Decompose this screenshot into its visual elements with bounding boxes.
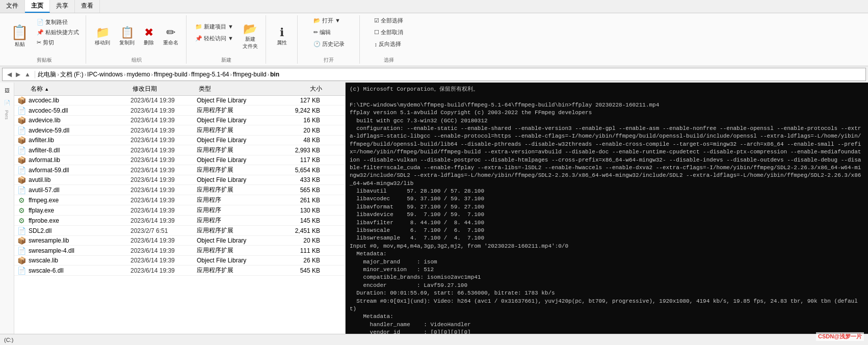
file-type: 应用程序扩展 bbox=[197, 226, 283, 235]
paste-shortcut-button[interactable]: 📌粘贴快捷方式 bbox=[34, 28, 82, 37]
file-icon: 📄 bbox=[14, 126, 29, 135]
file-size: 20 KB bbox=[283, 127, 324, 134]
file-size: 2,993 KB bbox=[283, 147, 324, 154]
organize-label: 组织 bbox=[87, 56, 186, 64]
file-name: avdevice-59.dll bbox=[29, 127, 130, 134]
select-all-button[interactable]: ☑全部选择 bbox=[371, 15, 407, 26]
cut-button[interactable]: ✂剪切 bbox=[34, 38, 82, 47]
file-type: Object File Library bbox=[197, 176, 283, 183]
properties-button[interactable]: ℹ 属性 bbox=[273, 24, 291, 48]
file-size: 26 KB bbox=[283, 257, 324, 264]
file-type: Object File Library bbox=[197, 257, 283, 264]
new-label: 新建 bbox=[188, 56, 266, 64]
col-header-type[interactable]: 类型 bbox=[197, 84, 283, 94]
col-header-size[interactable]: 大小 bbox=[283, 84, 324, 94]
table-row[interactable]: ⚙ ffmpeg.exe 2023/6/14 19:39 应用程序 261 KB bbox=[14, 195, 345, 205]
file-name: avfilter.lib bbox=[29, 137, 130, 144]
table-row[interactable]: ⚙ ffprobe.exe 2023/6/14 19:39 应用程序 145 K… bbox=[14, 216, 345, 226]
address-part-ipc[interactable]: IPC-windows bbox=[87, 71, 123, 78]
address-part-version[interactable]: ffmpeg-5.1-64 bbox=[191, 71, 229, 78]
table-row[interactable]: 📦 swscale.lib 2023/6/14 19:39 Object Fil… bbox=[14, 256, 345, 266]
nav-back-button[interactable]: ◀ bbox=[6, 71, 13, 78]
file-size: 5,654 KB bbox=[283, 167, 324, 174]
file-date: 2023/6/14 19:39 bbox=[130, 247, 197, 254]
address-part-ffmpeg-build[interactable]: ffmpeg-build bbox=[154, 71, 188, 78]
file-size: 9,242 KB bbox=[283, 107, 324, 114]
address-part-pc[interactable]: 此电脑 bbox=[38, 70, 56, 79]
file-date: 2023/6/14 19:39 bbox=[130, 257, 197, 264]
file-icon: ⚙ bbox=[14, 206, 29, 215]
nav-pictures[interactable]: 🖼 bbox=[1, 85, 13, 97]
tab-share[interactable]: 共享 bbox=[50, 0, 75, 13]
address-part-bin[interactable]: bin bbox=[270, 71, 279, 78]
edit-button[interactable]: ✏编辑 bbox=[310, 27, 348, 38]
copy-path-button[interactable]: 📄复制路径 bbox=[34, 17, 82, 27]
rename-button[interactable]: ✏ 重命名 bbox=[160, 24, 182, 48]
table-row[interactable]: 📄 avutil-57.dll 2023/6/14 19:39 应用程序扩展 5… bbox=[14, 185, 345, 195]
status-bar: (C:) bbox=[0, 334, 868, 345]
tab-file[interactable]: 文件 bbox=[0, 0, 25, 13]
move-to-button[interactable]: 📁 移动到 bbox=[91, 24, 114, 48]
col-header-date[interactable]: 修改日期 bbox=[130, 84, 197, 94]
file-type: 应用程序扩展 bbox=[197, 126, 283, 135]
open-button[interactable]: 📂打开 ▼ bbox=[310, 15, 348, 26]
file-icon: 📦 bbox=[14, 236, 29, 245]
easy-access-button[interactable]: 📌轻松访问 ▼ bbox=[192, 33, 237, 44]
table-row[interactable]: 📦 avdevice.lib 2023/6/14 19:39 Object Fi… bbox=[14, 116, 345, 125]
address-part-build[interactable]: ffmpeg-build bbox=[233, 71, 267, 78]
file-name: avutil-57.dll bbox=[29, 187, 130, 194]
history-button[interactable]: 🕐历史记录 bbox=[310, 39, 348, 49]
table-row[interactable]: 📦 avfilter.lib 2023/6/14 19:39 Object Fi… bbox=[14, 136, 345, 145]
tab-home[interactable]: 主页 bbox=[25, 0, 50, 13]
nav-up-button[interactable]: ▲ bbox=[23, 71, 32, 78]
file-date: 2023/6/14 19:39 bbox=[130, 237, 197, 244]
file-date: 2023/6/14 19:39 bbox=[130, 197, 197, 204]
column-headers: 名称 ▲ 修改日期 类型 大小 bbox=[14, 83, 345, 96]
status-text: (C:) bbox=[4, 337, 13, 343]
table-row[interactable]: 📦 avcodec.lib 2023/6/14 19:39 Object Fil… bbox=[14, 96, 345, 105]
table-row[interactable]: ⚙ ffplay.exe 2023/6/14 19:39 应用程序 130 KB bbox=[14, 205, 345, 216]
delete-button[interactable]: ✖ 删除 bbox=[140, 24, 157, 48]
select-label: 选择 bbox=[361, 56, 417, 64]
table-row[interactable]: 📄 SDL2.dll 2023/2/7 6:51 应用程序扩展 2,451 KB bbox=[14, 226, 345, 236]
copy-to-button[interactable]: 📋 复制到 bbox=[116, 24, 138, 48]
table-row[interactable]: 📦 swresample.lib 2023/6/14 19:39 Object … bbox=[14, 236, 345, 246]
col-header-name[interactable]: 名称 ▲ bbox=[29, 84, 130, 94]
file-size: 111 KB bbox=[283, 247, 324, 254]
address-bar[interactable]: ◀ ▶ ▲ │ 此电脑 › 文档 (F:) › IPC-windows › my… bbox=[2, 68, 866, 81]
deselect-all-button[interactable]: ☐全部取消 bbox=[371, 27, 407, 38]
file-icon: 📦 bbox=[14, 136, 29, 144]
address-part-drive[interactable]: 文档 (F:) bbox=[60, 70, 84, 79]
properties-label bbox=[267, 63, 297, 64]
tab-view[interactable]: 查看 bbox=[75, 0, 100, 13]
file-size: 433 KB bbox=[283, 176, 324, 183]
file-name: avfilter-8.dll bbox=[29, 147, 130, 154]
table-row[interactable]: 📄 avcodec-59.dll 2023/6/14 19:39 应用程序扩展 … bbox=[14, 105, 345, 116]
table-row[interactable]: 📄 avfilter-8.dll 2023/6/14 19:39 应用程序扩展 … bbox=[14, 145, 345, 155]
table-row[interactable]: 📦 avutil.lib 2023/6/14 19:39 Object File… bbox=[14, 175, 345, 185]
nav-forward-button[interactable]: ▶ bbox=[14, 71, 22, 78]
table-row[interactable]: 📄 avdevice-59.dll 2023/6/14 19:39 应用程序扩展… bbox=[14, 125, 345, 136]
file-type: 应用程序扩展 bbox=[197, 146, 283, 154]
nav-documents[interactable]: 📄 bbox=[1, 97, 13, 109]
ribbon-group-open: 📂打开 ▼ ✏编辑 🕐历史记录 打开 bbox=[299, 15, 360, 64]
ribbon-group-organize: 📁 移动到 📋 复制到 ✖ 删除 ✏ 重命名 组织 bbox=[87, 15, 187, 64]
invert-selection-button[interactable]: ↕反向选择 bbox=[371, 39, 407, 49]
file-name: avutil.lib bbox=[29, 176, 130, 183]
terminal-panel[interactable]: (c) Microsoft Corporation。保留所有权利。 F:\IPC… bbox=[346, 83, 868, 334]
side-nav: 🖼 📄 Pers bbox=[0, 83, 14, 334]
file-icon: 📄 bbox=[14, 146, 29, 154]
table-row[interactable]: 📦 avformat.lib 2023/6/14 19:39 Object Fi… bbox=[14, 155, 345, 165]
new-folder-button[interactable]: 📂 新建 文件夹 bbox=[239, 21, 261, 51]
table-row[interactable]: 📄 swscale-6.dll 2023/6/14 19:39 应用程序扩展 5… bbox=[14, 266, 345, 276]
table-row[interactable]: 📄 avformat-59.dll 2023/6/14 19:39 应用程序扩展… bbox=[14, 165, 345, 175]
watermark: CSDN@浅梦一片 bbox=[816, 332, 864, 341]
address-part-mydemo[interactable]: mydemo bbox=[126, 71, 150, 78]
table-row[interactable]: 📄 swresample-4.dll 2023/6/14 19:39 应用程序扩… bbox=[14, 246, 345, 256]
file-icon: 📄 bbox=[14, 186, 29, 194]
file-type: Object File Library bbox=[197, 237, 283, 244]
paste-button[interactable]: 📋 粘贴 bbox=[7, 22, 32, 49]
nav-personal[interactable]: Pers bbox=[1, 109, 13, 121]
file-name: swresample-4.dll bbox=[29, 247, 130, 254]
new-project-button[interactable]: 📁新建项目 ▼ bbox=[192, 21, 237, 32]
